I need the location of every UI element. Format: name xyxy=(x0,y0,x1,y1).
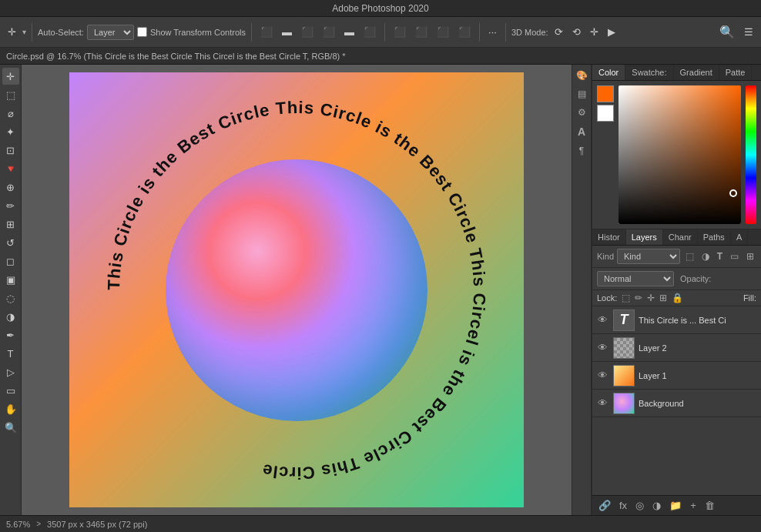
distribute-h-btn[interactable]: ⬛ xyxy=(391,24,409,40)
tab-channels[interactable]: Chanr xyxy=(663,229,698,245)
paragraph-icon-btn[interactable]: ¶ xyxy=(578,143,585,159)
filter-smartobj-btn[interactable]: ⊞ xyxy=(744,250,756,263)
show-transform-checkbox[interactable] xyxy=(137,27,147,37)
align-bottom-btn[interactable]: ⬛ xyxy=(360,24,379,40)
new-layer-btn[interactable]: + xyxy=(687,498,699,513)
tab-patterns[interactable]: Patte xyxy=(719,65,753,80)
color-gradient-picker[interactable] xyxy=(619,85,741,224)
color-panel: Color Swatche: Gradient Patte xyxy=(592,65,761,229)
lock-label: Lock: xyxy=(597,293,617,303)
layers-filter-row: Kind Kind ⬚ ◑ T ▭ ⊞ xyxy=(592,246,761,268)
dodge-tool[interactable]: ◑ xyxy=(2,308,19,325)
filter-shape-btn[interactable]: ▭ xyxy=(728,250,741,263)
zoom-tool[interactable]: 🔍 xyxy=(2,419,19,436)
status-nav-btn[interactable]: > xyxy=(36,520,41,528)
tab-gradient[interactable]: Gradient xyxy=(674,65,719,80)
threed-btn4[interactable]: ▶ xyxy=(605,24,619,40)
layer-item-text[interactable]: 👁 T This Circle is ... Best Ci xyxy=(592,306,761,334)
toolbar-arrow: ▾ xyxy=(22,28,26,36)
lock-position-btn[interactable]: ✛ xyxy=(647,293,655,303)
clone-tool[interactable]: ⊞ xyxy=(2,216,19,233)
align-top-btn[interactable]: ⬛ xyxy=(320,24,338,40)
filter-pixel-btn[interactable]: ⬚ xyxy=(683,250,696,263)
lock-artboard-btn[interactable]: ⊞ xyxy=(659,293,667,303)
brush-tool[interactable]: ✏ xyxy=(2,197,19,214)
layer-item-1[interactable]: 👁 Layer 1 xyxy=(592,362,761,390)
gradient-sphere xyxy=(166,159,427,421)
doc-tab-title: Circle.psd @ 16.7% (This Circle is the B… xyxy=(6,52,346,61)
threed-btn3[interactable]: ✛ xyxy=(587,24,602,40)
move-tool-btn[interactable]: ✛ xyxy=(5,24,19,40)
foreground-swatch[interactable] xyxy=(597,85,614,102)
marquee-tool[interactable]: ⬚ xyxy=(2,86,19,103)
new-fill-layer-btn[interactable]: ◑ xyxy=(649,498,664,513)
right-panel: Color Swatche: Gradient Patte Histor L xyxy=(592,65,761,515)
tab-layers[interactable]: Layers xyxy=(626,229,663,245)
tab-history[interactable]: Histor xyxy=(592,229,626,245)
healing-tool[interactable]: ⊕ xyxy=(2,179,19,196)
side-icons-panel: 🎨 ▤ ⚙ A ¶ xyxy=(572,65,592,515)
pen-tool[interactable]: ✒ xyxy=(2,326,19,343)
toolbar: ✛ ▾ Auto-Select: Layer Group Show Transf… xyxy=(0,17,761,48)
add-mask-btn[interactable]: ◎ xyxy=(632,498,647,513)
color-picker-icon-btn[interactable]: 🎨 xyxy=(575,68,589,83)
layer-item-2[interactable]: 👁 Layer 2 xyxy=(592,334,761,362)
tab-color[interactable]: Color xyxy=(592,65,625,80)
text-tool[interactable]: T xyxy=(2,345,19,362)
link-layers-btn[interactable]: 🔗 xyxy=(595,498,614,513)
layer-2-visibility[interactable]: 👁 xyxy=(595,342,609,353)
hand-tool[interactable]: ✋ xyxy=(2,400,19,417)
distribute-btn2[interactable]: ⬛ xyxy=(434,24,452,40)
status-bar: 5.67% > 3507 px x 3465 px (72 ppi) xyxy=(0,515,761,532)
hue-strip[interactable] xyxy=(746,85,756,224)
layer-text-visibility[interactable]: 👁 xyxy=(595,314,609,326)
threed-btn1[interactable]: ⟳ xyxy=(551,24,566,40)
crop-tool[interactable]: ⊡ xyxy=(2,142,19,159)
align-center-v-btn[interactable]: ▬ xyxy=(341,24,357,40)
text-icon-btn[interactable]: A xyxy=(576,123,587,140)
lock-all-btn[interactable]: 🔒 xyxy=(672,293,683,303)
layer-select[interactable]: Layer Group xyxy=(87,25,134,40)
tab-swatches[interactable]: Swatche: xyxy=(625,65,673,80)
layer-1-visibility[interactable]: 👁 xyxy=(595,370,609,381)
layers-icon-btn[interactable]: ▤ xyxy=(576,86,588,102)
layer-bg-visibility[interactable]: 👁 xyxy=(595,397,609,409)
canvas-area[interactable]: This Circle is the Best Circle This Circ… xyxy=(22,65,572,515)
tab-paths[interactable]: Paths xyxy=(698,229,731,245)
adjust-icon-btn[interactable]: ⚙ xyxy=(576,105,588,120)
search-btn[interactable]: 🔍 xyxy=(716,22,738,42)
align-right-btn[interactable]: ⬛ xyxy=(298,24,317,40)
more-options-btn[interactable]: ··· xyxy=(485,24,500,40)
lasso-tool[interactable]: ⌀ xyxy=(2,105,19,122)
distribute-btn3[interactable]: ⬛ xyxy=(455,24,474,40)
history-brush-tool[interactable]: ↺ xyxy=(2,234,19,251)
blend-mode-select[interactable]: Normal Multiply Screen Overlay xyxy=(597,271,674,286)
show-transform-label[interactable]: Show Transform Controls xyxy=(150,28,246,37)
eyedropper-tool[interactable]: 🔻 xyxy=(2,160,19,177)
blur-tool[interactable]: ◌ xyxy=(2,289,19,306)
lock-image-btn[interactable]: ✏ xyxy=(635,293,642,303)
distribute-v-btn[interactable]: ⬛ xyxy=(412,24,431,40)
layer-item-bg[interactable]: 👁 Background xyxy=(592,390,761,417)
align-center-h-btn[interactable]: ▬ xyxy=(279,24,295,40)
toolbar-divider-1 xyxy=(32,23,32,42)
gradient-tool[interactable]: ▣ xyxy=(2,271,19,288)
add-style-btn[interactable]: fx xyxy=(616,498,630,513)
new-group-btn[interactable]: 📁 xyxy=(666,498,685,513)
background-swatch[interactable] xyxy=(597,105,614,122)
threed-btn2[interactable]: ⟲ xyxy=(569,24,584,40)
delete-layer-btn[interactable]: 🗑 xyxy=(702,498,718,513)
lock-transparent-btn[interactable]: ⬚ xyxy=(622,293,630,303)
filter-adjust-btn[interactable]: ◑ xyxy=(699,250,712,263)
align-left-btn[interactable]: ⬛ xyxy=(257,24,276,40)
shape-tool[interactable]: ▭ xyxy=(2,382,19,399)
path-select-tool[interactable]: ▷ xyxy=(2,363,19,380)
options-menu-btn[interactable]: ☰ xyxy=(741,24,756,40)
filter-text-btn[interactable]: T xyxy=(715,250,725,263)
move-tool[interactable]: ✛ xyxy=(2,68,19,85)
auto-select-label: Auto-Select: xyxy=(38,28,84,37)
tab-extra[interactable]: A xyxy=(731,229,748,245)
kind-select[interactable]: Kind xyxy=(617,249,680,264)
eraser-tool[interactable]: ◻ xyxy=(2,253,19,269)
wand-tool[interactable]: ✦ xyxy=(2,123,19,140)
